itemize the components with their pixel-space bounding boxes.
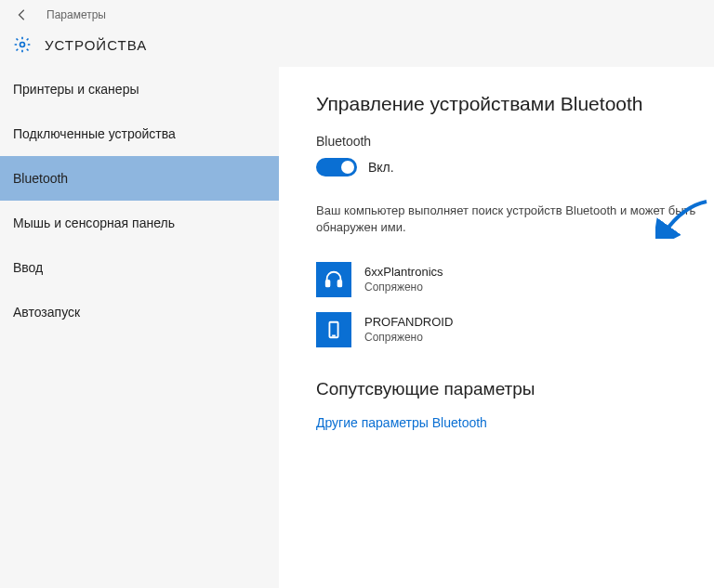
- sidebar-item-bluetooth[interactable]: Bluetooth: [0, 156, 279, 201]
- svg-point-0: [20, 43, 25, 47]
- settings-window: Параметры УСТРОЙСТВА Принтеры и сканеры …: [0, 0, 714, 588]
- sidebar-item-autoplay[interactable]: Автозапуск: [0, 290, 279, 334]
- device-item[interactable]: PROFANDROID Сопряжено: [316, 312, 714, 347]
- app-title: Параметры: [46, 8, 106, 21]
- main-panel: Управление устройствами Bluetooth Blueto…: [279, 67, 714, 588]
- bluetooth-toggle-label: Bluetooth: [316, 134, 714, 149]
- related-heading: Сопутсвующие параметры: [316, 379, 714, 399]
- device-status: Сопряжено: [364, 281, 443, 295]
- bluetooth-toggle-row: Вкл.: [316, 158, 714, 176]
- device-name: 6xxPlantronics: [364, 265, 443, 281]
- device-name: PROFANDROID: [364, 315, 453, 331]
- content-area: Принтеры и сканеры Подключенные устройст…: [0, 67, 714, 588]
- bluetooth-description: Ваш компьютер выполняет поиск устройств …: [316, 203, 707, 236]
- phone-icon: [316, 312, 351, 347]
- main-heading: Управление устройствами Bluetooth: [316, 93, 714, 115]
- device-text: 6xxPlantronics Сопряжено: [364, 265, 443, 294]
- back-button[interactable]: [7, 0, 37, 30]
- svg-rect-1: [326, 281, 330, 286]
- titlebar: Параметры: [0, 0, 714, 30]
- sidebar-item-mouse[interactable]: Мышь и сенсорная панель: [0, 201, 279, 245]
- bluetooth-toggle-state: Вкл.: [368, 160, 394, 175]
- svg-rect-2: [338, 281, 342, 286]
- page-title: УСТРОЙСТВА: [45, 37, 147, 53]
- sidebar: Принтеры и сканеры Подключенные устройст…: [0, 67, 279, 588]
- sidebar-item-input[interactable]: Ввод: [0, 245, 279, 290]
- sidebar-item-printers[interactable]: Принтеры и сканеры: [0, 67, 279, 111]
- device-item[interactable]: 6xxPlantronics Сопряжено: [316, 262, 714, 297]
- gear-icon: [13, 35, 32, 54]
- sidebar-item-connected-devices[interactable]: Подключенные устройства: [0, 111, 279, 156]
- device-text: PROFANDROID Сопряжено: [364, 315, 453, 345]
- back-arrow-icon: [16, 8, 29, 21]
- device-status: Сопряжено: [364, 331, 453, 346]
- page-header: УСТРОЙСТВА: [0, 30, 714, 67]
- headset-icon: [316, 262, 351, 297]
- bluetooth-toggle[interactable]: [316, 158, 357, 176]
- other-bluetooth-settings-link[interactable]: Другие параметры Bluetooth: [316, 415, 487, 430]
